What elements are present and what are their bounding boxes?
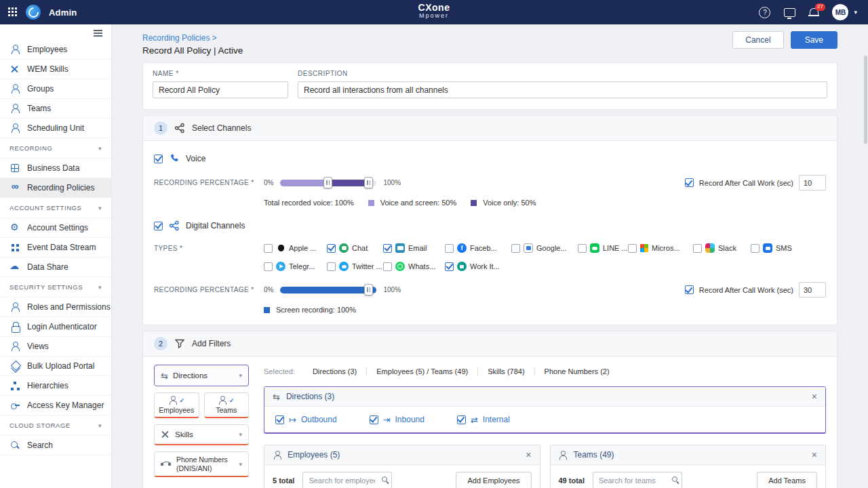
checkbox[interactable]: [327, 262, 336, 271]
sidebar-item-recording-policies[interactable]: Recording Policies: [0, 178, 111, 198]
sidebar-item-business-data[interactable]: Business Data: [0, 159, 111, 178]
sidebar-item-data-share[interactable]: Data Share: [0, 258, 111, 277]
teams-icon: [559, 451, 568, 460]
sidebar-item-hierarchies[interactable]: Hierarchies: [0, 376, 111, 396]
teams-search-input[interactable]: [593, 472, 682, 488]
legend-screen-recording: Screen recording: 100%: [276, 306, 356, 314]
checkbox[interactable]: [383, 262, 392, 271]
channel-type-telegram[interactable]: Telegr...: [264, 262, 327, 271]
checkbox[interactable]: [578, 244, 587, 253]
select-channels-card: 1 Select Channels Voice RECORDING PERCEN…: [142, 115, 837, 325]
cancel-button[interactable]: Cancel: [732, 31, 783, 49]
checkbox[interactable]: [751, 244, 760, 253]
voice-acw-input[interactable]: [799, 175, 826, 190]
sidebar-item-roles-permissions[interactable]: Roles and Permissions: [0, 298, 111, 317]
sidebar-item-label: Recording Policies: [27, 183, 94, 192]
sidebar-item-bulk-upload-portal[interactable]: Bulk Upload Portal: [0, 357, 111, 376]
acw-checkbox[interactable]: [685, 178, 694, 187]
avatar[interactable]: MB: [832, 4, 848, 20]
channel-type-slack[interactable]: Slack: [693, 243, 751, 253]
phone-numbers-filter-button[interactable]: Phone Numbers (DNIS/ANI) ▾: [154, 451, 249, 477]
sidebar-item-groups[interactable]: Groups: [0, 79, 111, 99]
sidebar-item-event-data-stream[interactable]: Event Data Stream: [0, 238, 111, 258]
summary-employees-teams[interactable]: Employees (5) / Teams (49): [366, 367, 477, 375]
teams-filter-button[interactable]: Teams: [204, 392, 250, 418]
channel-type-whatsapp[interactable]: Whats...: [383, 262, 445, 271]
skills-filter-button[interactable]: Skills ▾: [154, 424, 249, 445]
channel-type-email[interactable]: Email: [383, 243, 445, 253]
checkbox[interactable]: [457, 415, 466, 424]
channel-type-google[interactable]: Google...: [511, 243, 578, 253]
internal-option[interactable]: Internal: [457, 415, 510, 424]
checkbox[interactable]: [370, 415, 378, 424]
sidebar-item-access-key-manager[interactable]: Access Key Manager: [0, 396, 111, 415]
sidebar-section-account-settings[interactable]: ACCOUNT SETTINGS ▾: [0, 198, 111, 218]
channel-type-facebook[interactable]: Faceb...: [445, 243, 511, 253]
acw-checkbox[interactable]: [685, 285, 694, 294]
digital-acw-input[interactable]: [799, 282, 826, 298]
directions-filter-button[interactable]: Directions ▾: [154, 365, 249, 386]
sidebar-item-login-authenticator[interactable]: Login Authenticator: [0, 317, 111, 337]
sidebar-section-security-settings[interactable]: SECURITY SETTINGS ▾: [0, 277, 111, 298]
employees-search-input[interactable]: [302, 472, 392, 488]
add-teams-button[interactable]: Add Teams: [757, 472, 817, 488]
notifications-button[interactable]: 27: [809, 8, 818, 17]
name-input[interactable]: [153, 81, 288, 98]
voice-checkbox[interactable]: [154, 155, 163, 163]
checkbox[interactable]: [693, 244, 702, 253]
channel-type-apple[interactable]: Apple ...: [264, 243, 327, 253]
sidebar-item-search[interactable]: Search: [0, 436, 111, 455]
sidebar-item-scheduling-unit[interactable]: Scheduling Unit: [0, 119, 111, 138]
checkbox[interactable]: [264, 262, 273, 271]
summary-directions[interactable]: Directions (3): [303, 367, 366, 375]
channel-type-sms[interactable]: SMS: [751, 243, 791, 253]
sidebar-item-employees[interactable]: Employees: [0, 40, 111, 60]
checkbox[interactable]: [275, 415, 284, 424]
checkbox[interactable]: [327, 244, 336, 253]
sidebar-item-teams[interactable]: Teams: [0, 99, 111, 119]
digital-checkbox[interactable]: [154, 222, 163, 230]
scrollbar-thumb[interactable]: [864, 56, 867, 144]
help-icon[interactable]: [759, 7, 770, 18]
checkbox[interactable]: [383, 244, 392, 253]
employees-filter-button[interactable]: Employees: [154, 392, 199, 418]
channel-type-microsoft[interactable]: Micros...: [628, 243, 693, 253]
checkbox[interactable]: [628, 244, 637, 253]
close-icon[interactable]: [812, 392, 817, 401]
close-icon[interactable]: [526, 450, 531, 460]
channel-type-chat[interactable]: Chat: [327, 243, 383, 253]
sidebar-item-account-settings[interactable]: Account Settings: [0, 218, 111, 238]
channel-type-line[interactable]: LINE ...: [578, 243, 628, 253]
sidebar-item-views[interactable]: Views: [0, 337, 111, 357]
description-input[interactable]: [298, 81, 827, 98]
breadcrumb[interactable]: Recording Policies: [142, 33, 210, 43]
sidebar-item-label: Roles and Permissions: [27, 302, 111, 312]
employees-panel-toolbar: 5 total Add Employees: [264, 465, 540, 488]
digital-percentage-slider[interactable]: [280, 287, 376, 293]
brand-logo-icon[interactable]: [26, 5, 41, 20]
slider-handle[interactable]: [323, 177, 332, 188]
channel-type-twitter[interactable]: Twitter ...: [327, 262, 383, 271]
slider-handle[interactable]: [364, 177, 373, 188]
summary-skills[interactable]: Skills (784): [477, 367, 534, 375]
sidebar-item-wem-skills[interactable]: WEM Skills: [0, 60, 111, 79]
sidebar-section-recording[interactable]: RECORDING ▾: [0, 138, 111, 159]
checkbox[interactable]: [511, 244, 520, 253]
sidebar-section-cloud-storage[interactable]: CLOUD STORAGE ▾: [0, 415, 111, 436]
close-icon[interactable]: [812, 450, 817, 460]
checkbox[interactable]: [445, 244, 454, 253]
slider-handle[interactable]: [364, 284, 373, 296]
checkbox[interactable]: [264, 244, 273, 253]
app-launcher-icon[interactable]: [8, 7, 18, 17]
add-employees-button[interactable]: Add Employees: [456, 472, 531, 488]
inbound-option[interactable]: Inbound: [370, 415, 425, 424]
save-button[interactable]: Save: [791, 31, 837, 49]
chevron-down-icon[interactable]: ▾: [854, 9, 857, 16]
display-icon[interactable]: [784, 8, 795, 17]
summary-phone-numbers[interactable]: Phone Numbers (2): [534, 367, 619, 375]
channel-type-workitem[interactable]: Work It...: [445, 262, 511, 271]
outbound-option[interactable]: Outbound: [275, 415, 337, 424]
voice-percentage-slider[interactable]: [280, 180, 376, 186]
collapse-sidebar-icon[interactable]: [94, 30, 103, 37]
checkbox[interactable]: [445, 262, 454, 271]
